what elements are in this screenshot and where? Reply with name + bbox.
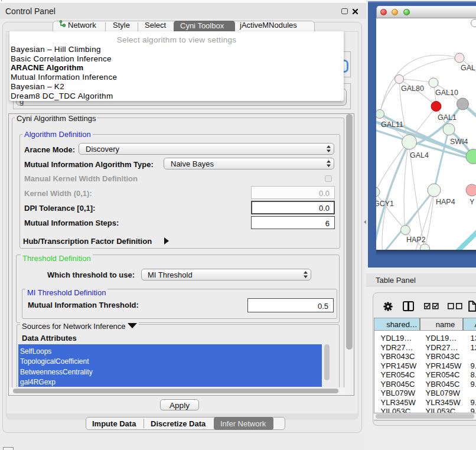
svg-text:GAL10: GAL10 — [435, 89, 458, 97]
svg-text:HAP2: HAP2 — [406, 236, 426, 244]
svg-text:GAL80: GAL80 — [401, 84, 424, 93]
svg-text:SWI4: SWI4 — [450, 138, 468, 146]
svg-text:GAL4: GAL4 — [410, 151, 429, 159]
svg-text:HAP4: HAP4 — [436, 198, 455, 206]
svg-text:GAL1: GAL1 — [438, 113, 457, 122]
svg-text:Y: Y — [470, 198, 475, 206]
svg-text:GCY1: GCY1 — [376, 200, 394, 208]
svg-text:GAL11: GAL11 — [381, 120, 403, 129]
svg-text:GAL: GAL — [461, 64, 475, 72]
